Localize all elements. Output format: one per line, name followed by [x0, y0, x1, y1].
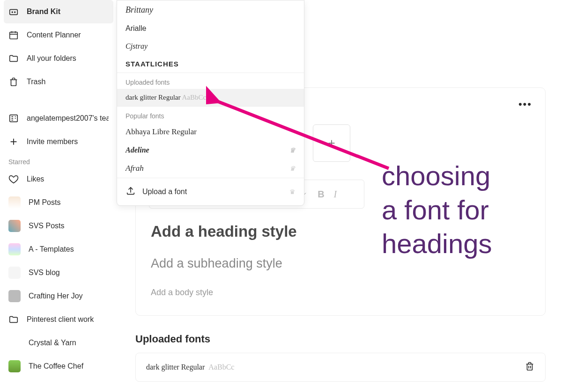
- team-icon: [8, 113, 19, 123]
- svg-rect-0: [10, 9, 18, 15]
- calendar-icon: [8, 30, 19, 40]
- sidebar-starred-svs-posts[interactable]: SVS Posts: [0, 214, 117, 238]
- font-option-arialle[interactable]: Arialle: [117, 20, 304, 37]
- sidebar-starred-coffee-chef[interactable]: The Coffee Chef: [0, 355, 117, 378]
- sidebar-starred-heading: Starred: [0, 153, 117, 167]
- sidebar-item-all-folders[interactable]: All your folders: [0, 47, 117, 70]
- sidebar-item-label: All your folders: [27, 54, 76, 63]
- thumbnail-icon: [8, 196, 21, 209]
- sidebar-team-label: angelatempest2007's team: [27, 114, 109, 123]
- sidebar: Brand Kit Content Planner All your folde…: [0, 0, 117, 392]
- delete-font-button[interactable]: [525, 361, 535, 373]
- sidebar-item-label: The Coffee Chef: [29, 362, 83, 370]
- uploaded-fonts-heading: Uploaded fonts: [135, 333, 210, 345]
- thumbnail-icon: [8, 290, 21, 302]
- svg-rect-3: [10, 32, 18, 39]
- bold-button[interactable]: B: [318, 189, 324, 200]
- svg-point-2: [15, 12, 15, 13]
- font-option-adeline[interactable]: Adeline ♛: [117, 141, 304, 159]
- sidebar-invite-label: Invite members: [27, 138, 78, 146]
- annotation-text: choosinga font forheadings: [382, 159, 492, 261]
- upload-icon: [126, 186, 136, 198]
- font-dropdown-menu: Brittany Arialle Cjstray Staatliches Upl…: [117, 0, 304, 206]
- add-swatch-button[interactable]: [313, 124, 350, 162]
- sidebar-item-label: Crafting Her Joy: [29, 292, 83, 300]
- sidebar-item-team[interactable]: angelatempest2007's team: [0, 107, 117, 130]
- brand-kit-icon: [8, 7, 19, 17]
- font-option-abhaya[interactable]: Abhaya Libre Regular: [117, 123, 304, 141]
- add-body-style[interactable]: Add a body style: [149, 284, 532, 301]
- more-icon[interactable]: •••: [518, 98, 532, 110]
- sidebar-item-label: PM Posts: [29, 198, 60, 207]
- pro-crown-icon: ♛: [289, 188, 296, 196]
- uploaded-font-row[interactable]: dark glitter Regular AaBbCc: [135, 353, 546, 382]
- sidebar-item-label: SVS blog: [29, 269, 60, 277]
- sidebar-item-label: Likes: [27, 175, 44, 183]
- folder-icon: [8, 53, 19, 64]
- sidebar-starred-pm-posts[interactable]: PM Posts: [0, 191, 117, 214]
- folder-icon: [8, 314, 19, 325]
- sidebar-item-brand-kit[interactable]: Brand Kit: [4, 0, 113, 23]
- italic-button[interactable]: I: [334, 189, 337, 200]
- font-option-afrah[interactable]: Afrah ♛: [117, 159, 304, 178]
- sidebar-item-trash[interactable]: Trash: [0, 70, 117, 94]
- sidebar-item-invite[interactable]: Invite members: [0, 130, 117, 153]
- dropdown-section-popular: Popular fonts: [117, 106, 304, 123]
- upload-font-label: Upload a font: [142, 188, 187, 196]
- sidebar-item-label: Content Planner: [27, 31, 81, 39]
- sidebar-item-label: Trash: [27, 78, 45, 86]
- plus-icon: [8, 137, 19, 147]
- font-option-brittany[interactable]: Brittany: [117, 0, 304, 20]
- sidebar-starred-crystal-yarn[interactable]: Crystal & Yarn: [0, 331, 117, 355]
- sidebar-item-content-planner[interactable]: Content Planner: [0, 23, 117, 47]
- trash-icon: [8, 77, 19, 87]
- sidebar-starred-svs-blog[interactable]: SVS blog: [0, 261, 117, 284]
- upload-font-button[interactable]: Upload a font ♛: [117, 178, 304, 205]
- sidebar-item-label: Pinterest client work: [27, 315, 94, 324]
- sidebar-starred-crafting-her-joy[interactable]: Crafting Her Joy: [0, 284, 117, 308]
- sidebar-item-label: SVS Posts: [29, 222, 64, 230]
- sidebar-starred-pinterest-client[interactable]: Pinterest client work: [0, 308, 117, 331]
- thumbnail-icon: [8, 337, 21, 349]
- sidebar-item-label: Crystal & Yarn: [29, 339, 76, 347]
- thumbnail-icon: [8, 360, 21, 372]
- font-option-cjstray[interactable]: Cjstray: [117, 37, 304, 55]
- sidebar-item-label: Brand Kit: [27, 7, 60, 16]
- pro-crown-icon: ♛: [289, 165, 296, 173]
- thumbnail-icon: [8, 220, 21, 232]
- uploaded-font-name: dark glitter Regular AaBbCc: [146, 363, 234, 371]
- svg-rect-7: [10, 115, 18, 122]
- svg-point-1: [12, 12, 13, 13]
- thumbnail-icon: [8, 243, 21, 255]
- dropdown-section-uploaded: Uploaded fonts: [117, 73, 304, 89]
- sidebar-item-label: A - Templates: [29, 245, 74, 254]
- sidebar-starred-a-templates[interactable]: A - Templates: [0, 238, 117, 261]
- sidebar-starred-likes[interactable]: Likes: [0, 167, 117, 191]
- heart-icon: [8, 174, 19, 184]
- pro-crown-icon: ♛: [289, 146, 296, 154]
- font-option-staatliches[interactable]: Staatliches: [117, 55, 304, 73]
- thumbnail-icon: [8, 267, 21, 279]
- font-option-dark-glitter[interactable]: dark glitter Regular AaBbCc: [117, 89, 304, 106]
